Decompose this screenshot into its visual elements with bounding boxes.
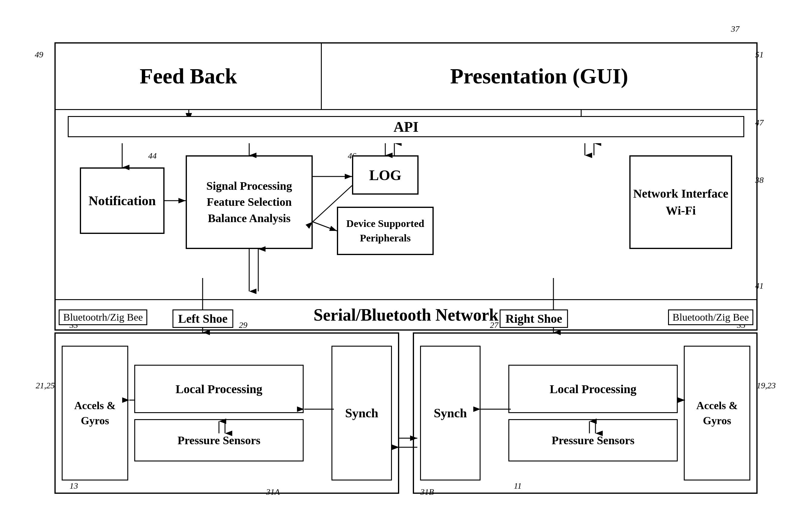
feedback-label: Feed Back — [140, 64, 237, 89]
ref-37: 37 — [731, 24, 739, 34]
bluetooth-label-left: Bluetootrh/Zig Bee — [59, 309, 147, 325]
presentation-label: Presentation (GUI) — [450, 64, 628, 89]
bluetooth-label-right: Bluetooth/Zig Bee — [668, 309, 753, 325]
feedback-cell: Feed Back — [55, 44, 322, 109]
ref-49: 49 — [35, 50, 43, 60]
presentation-cell: Presentation (GUI) — [322, 44, 757, 109]
top-row: Feed Back Presentation (GUI) — [55, 44, 757, 110]
bottom-section: Bluetootrh/Zig Bee Left Shoe Accels & Gy… — [54, 332, 758, 494]
api-label: API — [394, 118, 418, 135]
serial-to-shoes-svg — [54, 278, 758, 339]
ref-21-25: 21,25 — [36, 381, 55, 390]
ref-19-23: 19,23 — [757, 381, 776, 390]
svg-line-17 — [313, 222, 337, 231]
right-shoe-header: Right Shoe — [499, 309, 568, 328]
synch-connect-svg — [54, 332, 758, 494]
api-bar: API — [68, 116, 744, 137]
svg-line-16 — [313, 185, 352, 222]
left-shoe-header: Left Shoe — [172, 309, 233, 328]
